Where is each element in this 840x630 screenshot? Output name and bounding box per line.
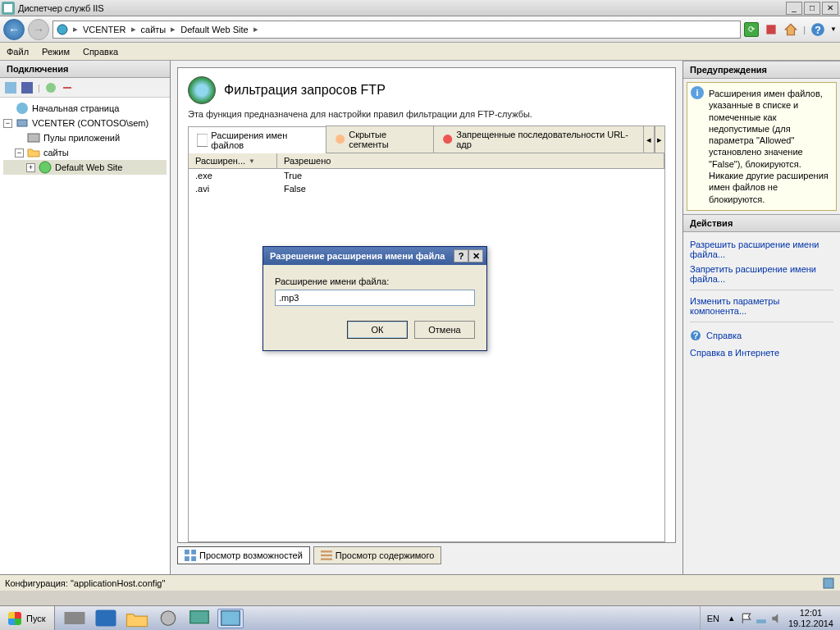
settings-icon[interactable] — [155, 609, 181, 628]
svg-rect-19 — [185, 556, 189, 561]
toolbar-divider: | — [38, 83, 40, 93]
menu-help[interactable]: Справка — [83, 47, 118, 57]
crumb-server[interactable]: VCENTER — [83, 25, 126, 34]
page-title: Фильтрация запросов FTP — [224, 83, 386, 98]
tab-scroll-right[interactable]: ▸ — [655, 126, 665, 153]
dropdown-arrow-icon[interactable]: ▼ — [830, 25, 837, 33]
dialog-titlebar[interactable]: Разрешение расширения имени файла ? ✕ — [263, 247, 486, 265]
tree-label: сайты — [43, 148, 69, 158]
action-allow-extension[interactable]: Разрешить расширение имени файла... — [690, 237, 833, 262]
clock[interactable]: 12:01 19.12.2014 — [788, 608, 833, 628]
svg-rect-22 — [321, 555, 332, 556]
action-edit-settings[interactable]: Изменить параметры компонента... — [690, 294, 833, 318]
warning-text: Расширения имен файлов, указанные в спис… — [709, 89, 829, 204]
globe-icon — [39, 161, 52, 174]
dialog-close-button[interactable]: ✕ — [468, 249, 483, 262]
refresh-icon[interactable]: ⟳ — [744, 22, 759, 37]
connections-header: Подключения — [0, 61, 170, 78]
remote-desktop-icon[interactable] — [186, 609, 212, 628]
svg-rect-14 — [197, 134, 208, 147]
connections-tree[interactable]: Начальная страница − VCENTER (CONTOSO\se… — [0, 98, 170, 574]
folder-icon — [27, 146, 40, 159]
warning-box: i Расширения имен файлов, указанные в сп… — [687, 82, 837, 211]
collapse-icon[interactable]: − — [3, 119, 12, 128]
iis-manager-taskbar-icon[interactable] — [217, 609, 244, 628]
explorer-icon[interactable] — [124, 609, 150, 628]
remove-icon[interactable] — [62, 82, 73, 94]
menu-mode[interactable]: Режим — [42, 47, 70, 57]
connections-panel: Подключения | Начальная страница − VCENT… — [0, 61, 171, 574]
svg-rect-3 — [767, 25, 776, 34]
tab-hidden-segments[interactable]: Скрытые сегменты — [326, 126, 434, 153]
tab-label: Расширения имен файлов — [211, 130, 317, 150]
network-icon[interactable] — [756, 613, 767, 624]
system-tray: EN ▴ 12:01 19.12.2014 — [700, 606, 840, 631]
connect-icon[interactable] — [5, 82, 16, 94]
svg-text:?: ? — [693, 331, 699, 340]
tree-label: Default Web Site — [55, 162, 122, 172]
tree-sites[interactable]: − сайты — [3, 145, 167, 160]
powershell-icon[interactable] — [93, 609, 119, 628]
table-row[interactable]: .avi False — [189, 182, 664, 195]
ok-button[interactable]: ОК — [347, 321, 408, 339]
tree-app-pools[interactable]: Пулы приложений — [3, 130, 167, 145]
column-allowed[interactable]: Разрешено — [277, 153, 664, 168]
forward-button[interactable]: → — [28, 19, 49, 40]
help-icon: ? — [690, 330, 701, 341]
tree-start-page[interactable]: Начальная страница — [3, 101, 167, 116]
home-icon[interactable] — [783, 22, 798, 37]
collapse-icon[interactable]: − — [15, 148, 24, 158]
save-icon[interactable] — [21, 82, 33, 94]
back-button[interactable]: ← — [3, 19, 25, 40]
tab-label: Просмотр содержимого — [336, 550, 435, 560]
clock-date: 19.12.2014 — [788, 619, 833, 628]
tree-server[interactable]: − VCENTER (CONTOSO\sem) — [3, 116, 167, 130]
server-manager-icon[interactable] — [62, 609, 88, 628]
crumb-sites[interactable]: сайты — [141, 25, 167, 34]
close-button[interactable]: ✕ — [822, 2, 838, 15]
start-button[interactable]: Пуск — [0, 606, 55, 631]
svg-rect-28 — [95, 610, 116, 627]
language-indicator[interactable]: EN — [707, 614, 719, 623]
action-deny-extension[interactable]: Запретить расширение имени файла... — [690, 262, 833, 286]
allow-extension-dialog: Разрешение расширения имени файла ? ✕ Ра… — [262, 246, 487, 351]
table-row[interactable]: .exe True — [189, 169, 664, 182]
stop-icon[interactable] — [764, 22, 778, 37]
minimize-button[interactable]: _ — [786, 2, 802, 15]
tree-label: VCENTER (CONTOSO\sem) — [32, 118, 148, 128]
menu-file[interactable]: Файл — [7, 47, 29, 57]
add-site-icon[interactable] — [45, 82, 57, 94]
tab-features-view[interactable]: Просмотр возможностей — [177, 546, 310, 564]
cancel-button[interactable]: Отмена — [414, 321, 475, 339]
tray-expand-icon[interactable]: ▴ — [726, 613, 737, 624]
dialog-help-button[interactable]: ? — [454, 249, 468, 262]
tab-content-view[interactable]: Просмотр содержимого — [313, 546, 442, 564]
tree-default-web-site[interactable]: + Default Web Site — [3, 160, 167, 175]
status-text: Конфигурация: "applicationHost.config" — [5, 578, 165, 588]
extensions-table[interactable]: .exe True .avi False — [188, 169, 665, 542]
svg-rect-1 — [4, 4, 12, 12]
breadcrumb-bar[interactable]: ▸ VCENTER ▸ сайты ▸ Default Web Site ▸ — [52, 21, 741, 39]
config-icon[interactable] — [822, 577, 835, 590]
volume-icon[interactable] — [770, 613, 782, 624]
svg-rect-7 — [21, 82, 33, 94]
windows-taskbar: Пуск EN ▴ 12:01 19.12.2014 — [0, 605, 840, 630]
chevron-right-icon: ▸ — [171, 24, 176, 34]
svg-rect-26 — [824, 578, 833, 588]
expand-icon[interactable]: + — [26, 163, 35, 172]
column-extension[interactable]: Расширен...▼ — [189, 153, 277, 168]
maximize-button[interactable]: □ — [804, 2, 820, 15]
cell-allowed: True — [277, 169, 664, 182]
action-help-online[interactable]: Справка в Интернете — [690, 345, 833, 360]
flag-icon[interactable] — [741, 613, 752, 624]
help-icon[interactable]: ? — [810, 22, 825, 37]
crumb-dws[interactable]: Default Web Site — [180, 25, 248, 34]
action-help[interactable]: ? Справка — [690, 326, 833, 345]
tab-scroll-left[interactable]: ◂ — [643, 126, 654, 153]
extension-input[interactable] — [275, 290, 475, 306]
svg-rect-20 — [191, 556, 196, 561]
tab-file-extensions[interactable]: Расширения имен файлов — [188, 126, 326, 153]
globe-icon — [57, 24, 68, 35]
tree-label: Пулы приложений — [43, 133, 120, 143]
tab-denied-url[interactable]: Запрещенные последовательности URL-адр — [433, 126, 644, 153]
